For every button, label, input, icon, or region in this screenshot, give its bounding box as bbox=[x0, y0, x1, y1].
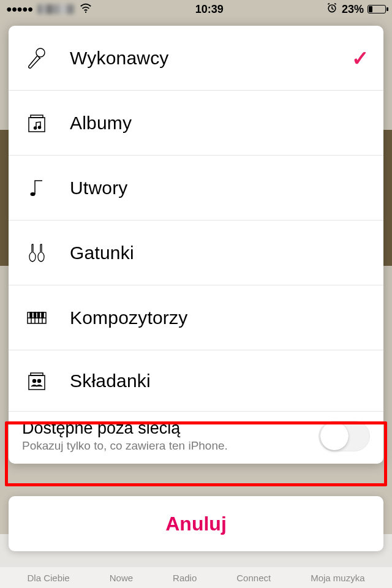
bg-tab: Dla Ciebie bbox=[28, 573, 70, 583]
battery-icon bbox=[368, 5, 386, 13]
bg-tab: Connect bbox=[236, 573, 271, 583]
cancel-button[interactable]: Anuluj bbox=[9, 496, 383, 551]
svg-rect-14 bbox=[31, 373, 43, 375]
menu-item-songs[interactable]: Utwory bbox=[9, 156, 383, 221]
album-icon bbox=[23, 110, 50, 137]
signal-strength-icon: ●●●●● bbox=[6, 4, 32, 15]
svg-rect-12 bbox=[42, 312, 43, 318]
svg-rect-9 bbox=[30, 312, 32, 318]
svg-rect-11 bbox=[38, 312, 40, 318]
svg-rect-4 bbox=[31, 115, 43, 118]
bg-tab: Nowe bbox=[110, 573, 133, 583]
menu-item-label: Albumy bbox=[70, 113, 369, 134]
clock: 10:39 bbox=[195, 3, 224, 16]
svg-point-7 bbox=[31, 192, 36, 196]
bg-tab: Moja muzyka bbox=[311, 573, 364, 583]
piano-icon bbox=[23, 304, 50, 331]
checkmark-icon: ✓ bbox=[352, 46, 369, 70]
menu-item-label: Składanki bbox=[70, 371, 369, 391]
library-filter-sheet: Wykonawcy ✓ Albumy Utwory Gatunki Kompoz… bbox=[9, 26, 383, 464]
menu-item-genres[interactable]: Gatunki bbox=[9, 221, 383, 285]
battery-percent: 23% bbox=[342, 3, 364, 16]
svg-rect-13 bbox=[29, 375, 45, 390]
menu-item-label: Gatunki bbox=[70, 243, 369, 263]
people-album-icon bbox=[23, 368, 50, 394]
menu-item-label: Wykonawcy bbox=[70, 48, 332, 69]
svg-point-15 bbox=[33, 379, 36, 382]
menu-item-label: Kompozytorzy bbox=[70, 307, 369, 328]
offline-toggle[interactable] bbox=[318, 421, 370, 451]
status-bar: ●●●●● 10:39 23% bbox=[0, 0, 392, 18]
offline-title: Dostępne poza siecią bbox=[22, 419, 228, 438]
svg-rect-3 bbox=[29, 118, 45, 132]
wifi-icon bbox=[79, 1, 92, 18]
alarm-icon bbox=[326, 2, 338, 17]
menu-item-composers[interactable]: Kompozytorzy bbox=[9, 285, 383, 350]
svg-point-5 bbox=[34, 127, 37, 129]
svg-rect-10 bbox=[34, 312, 36, 318]
offline-subtitle: Pokazuj tylko to, co zawiera ten iPhone. bbox=[22, 439, 228, 453]
menu-item-artists[interactable]: Wykonawcy ✓ bbox=[9, 26, 383, 91]
bg-tab: Radio bbox=[173, 573, 197, 583]
cancel-button-label: Anuluj bbox=[165, 513, 227, 535]
svg-point-0 bbox=[85, 11, 86, 12]
microphone-icon bbox=[23, 45, 50, 72]
svg-point-6 bbox=[39, 126, 41, 129]
carrier-name bbox=[37, 4, 74, 14]
menu-item-label: Utwory bbox=[70, 178, 369, 198]
background-tabbar: Dla Ciebie Nowe Radio Connect Moja muzyk… bbox=[0, 567, 392, 588]
menu-item-albums[interactable]: Albumy bbox=[9, 91, 383, 156]
svg-point-16 bbox=[38, 379, 41, 382]
menu-item-compilations[interactable]: Składanki bbox=[9, 350, 383, 412]
svg-point-2 bbox=[36, 48, 45, 57]
offline-available-row: Dostępne poza siecią Pokazuj tylko to, c… bbox=[9, 412, 383, 464]
note-icon bbox=[23, 175, 50, 202]
guitars-icon bbox=[23, 239, 50, 266]
